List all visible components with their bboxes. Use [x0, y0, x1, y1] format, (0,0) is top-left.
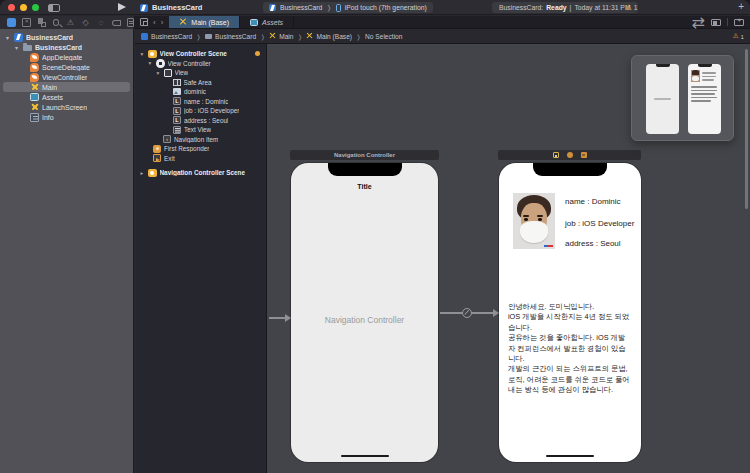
job-label[interactable]: job : iOS Developer: [565, 219, 634, 228]
outline-item-view-controller[interactable]: ▾ View Controller: [135, 59, 266, 69]
storyboard-canvas[interactable]: Navigation Controller Title Navigation C…: [267, 44, 750, 473]
breadcrumb-project[interactable]: BusinessCard: [141, 33, 192, 40]
sidebar-item-main-storyboard[interactable]: Main: [3, 82, 130, 92]
test-navigator-icon[interactable]: ◇: [81, 18, 90, 27]
outline-label: View Controller: [168, 60, 211, 67]
name-label[interactable]: name : Dominic: [565, 197, 621, 206]
safe-area-icon: [173, 79, 181, 87]
disclosure-triangle[interactable]: ▾: [13, 44, 20, 51]
tab-assets[interactable]: Assets: [240, 16, 294, 28]
file-label: Assets: [42, 94, 63, 101]
mini-text-line: [691, 86, 717, 88]
image-view-icon: [173, 88, 181, 95]
outline-label: Text View: [184, 126, 211, 133]
storyboard-icon: [179, 18, 187, 26]
scheme-selector[interactable]: BusinessCard ❭ iPod touch (7th generatio…: [263, 2, 433, 13]
toggle-navigator-icon[interactable]: [48, 4, 60, 12]
outline-item-navigation-controller-scene[interactable]: ▸ Navigation Controller Scene: [135, 168, 266, 178]
breakpoint-navigator-icon[interactable]: [112, 20, 121, 26]
disclosure-triangle[interactable]: ▸: [139, 170, 145, 176]
navigation-controller-view[interactable]: Title Navigation Controller: [291, 163, 438, 462]
outline-item-text-view[interactable]: Text View: [135, 125, 266, 135]
breadcrumb-main[interactable]: Main: [269, 33, 293, 40]
minimap-card-controller[interactable]: [688, 64, 721, 134]
view-controller-scene-header[interactable]: [498, 150, 641, 160]
status-time: Today at 11:31 PM: [574, 4, 630, 11]
sidebar-item-scenedelegate[interactable]: SceneDelegate: [0, 62, 133, 72]
scene-icon: [148, 50, 157, 59]
report-navigator-icon[interactable]: [127, 18, 134, 27]
bio-text-view[interactable]: 안녕하세요. 도미닉입니다. iOS 개발을 시작한지는 4년 정도 되었습니다…: [508, 302, 632, 396]
breadcrumb-group[interactable]: BusinessCard: [205, 33, 256, 40]
outline-item-view[interactable]: ▾ View: [135, 68, 266, 78]
library-button[interactable]: +: [738, 1, 744, 12]
file-label: ViewController: [42, 74, 87, 81]
outline-item-label-job[interactable]: L job : iOS Developer: [135, 106, 266, 116]
minimap-nav-controller[interactable]: [646, 64, 679, 134]
file-label: Info: [42, 114, 54, 121]
scheme-target-label[interactable]: BusinessCard: [280, 4, 322, 11]
adjust-editor-options-icon[interactable]: [711, 19, 721, 26]
related-items-icon[interactable]: [140, 18, 148, 26]
sidebar-item-appdelegate[interactable]: AppDelegate: [0, 52, 133, 62]
warning-icon: ⚠: [625, 3, 632, 12]
navigator-bar: ⚠ ◇ ◌: [0, 16, 134, 29]
asset-catalog-icon: [30, 93, 39, 101]
add-editor-icon[interactable]: [734, 19, 744, 26]
nav-controller-scene-header[interactable]: Navigation Controller: [290, 150, 439, 160]
debug-navigator-icon[interactable]: ◌: [96, 18, 105, 27]
source-control-navigator-icon[interactable]: [22, 18, 31, 27]
sidebar-item-info-plist[interactable]: Info: [0, 112, 133, 122]
sidebar-item-project-businesscard[interactable]: ▾ BusinessCard: [0, 32, 133, 42]
outline-label: View: [175, 69, 189, 76]
outline-item-exit[interactable]: Exit: [135, 154, 266, 164]
outline-item-image-dominic[interactable]: dominic: [135, 87, 266, 97]
sidebar-item-group-businesscard[interactable]: ▾ BusinessCard: [0, 42, 133, 52]
tab-main-storyboard[interactable]: Main (Base): [169, 16, 240, 28]
breadcrumb-selection[interactable]: No Selection: [365, 33, 402, 40]
outline-item-label-address[interactable]: L address : Seoul: [135, 116, 266, 126]
folder-icon: [205, 34, 212, 39]
disclosure-triangle[interactable]: ▾: [155, 70, 161, 76]
outline-item-label-name[interactable]: L name : Dominic: [135, 97, 266, 107]
disclosure-triangle[interactable]: ▾: [139, 51, 145, 57]
profile-image-dominic[interactable]: [513, 193, 555, 249]
address-label[interactable]: address : Seoul: [565, 239, 621, 248]
outline-item-navigation-item[interactable]: ‹ Navigation Item: [135, 135, 266, 145]
symbol-navigator-icon[interactable]: [38, 18, 47, 27]
issues-indicator[interactable]: ⚠ 1: [625, 3, 638, 12]
jump-bar-issues[interactable]: ⚠ 1: [733, 32, 744, 40]
exit-icon[interactable]: [581, 152, 587, 158]
sidebar-item-launchscreen[interactable]: LaunchScreen: [0, 102, 133, 112]
vertical-scrollbar[interactable]: [745, 49, 748, 209]
minimize-window-button[interactable]: [20, 4, 27, 11]
sidebar-item-assets[interactable]: Assets: [0, 92, 133, 102]
sidebar-item-viewcontroller[interactable]: ViewController: [0, 72, 133, 82]
first-responder-icon[interactable]: [567, 152, 573, 158]
run-destination-label[interactable]: iPod touch (7th generation): [345, 4, 427, 11]
project-navigator-icon[interactable]: [7, 18, 16, 27]
breadcrumb-main-base[interactable]: Main (Base): [306, 33, 352, 40]
disclosure-triangle[interactable]: ▾: [4, 34, 11, 41]
run-button[interactable]: [118, 3, 126, 11]
business-card-view[interactable]: name : Dominic job : iOS Developer addre…: [499, 163, 641, 462]
forward-button[interactable]: ›: [161, 18, 164, 27]
back-button[interactable]: ‹: [153, 18, 156, 27]
toolbar: BusinessCard BusinessCard ❭ iPod touch (…: [0, 0, 750, 15]
outline-item-view-controller-scene[interactable]: ▾ View Controller Scene: [135, 49, 266, 59]
nav-bar-title[interactable]: Title: [291, 183, 438, 190]
disclosure-triangle[interactable]: ▾: [147, 60, 153, 66]
outline-item-first-responder[interactable]: First Responder: [135, 144, 266, 154]
canvas-minimap[interactable]: [631, 55, 734, 141]
close-window-button[interactable]: [8, 4, 15, 11]
find-navigator-icon[interactable]: [53, 19, 59, 26]
outline-item-safe-area[interactable]: Safe Area: [135, 78, 266, 88]
root-view-controller-segue[interactable]: [440, 312, 497, 314]
segue-relationship-icon[interactable]: [462, 308, 472, 318]
view-controller-icon[interactable]: [553, 152, 559, 158]
activity-status: BusinessCard: Ready | Today at 11:31 PM: [492, 2, 638, 13]
storyboard-entry-point-arrow[interactable]: [269, 317, 286, 319]
issue-navigator-icon[interactable]: ⚠: [66, 18, 75, 27]
zoom-window-button[interactable]: [32, 4, 39, 11]
breadcrumb-label: Main: [279, 33, 293, 40]
